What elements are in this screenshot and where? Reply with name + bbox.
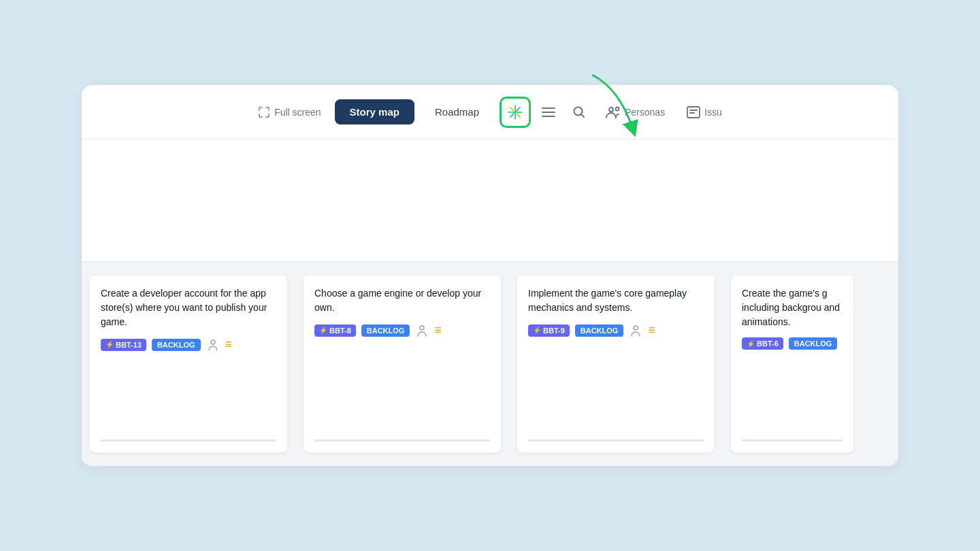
roadmap-button[interactable]: Roadmap [420, 99, 494, 124]
card-separator [314, 439, 490, 441]
svg-rect-12 [687, 107, 700, 118]
personas-icon [606, 106, 621, 118]
svg-line-5 [510, 107, 515, 112]
search-icon [572, 105, 587, 120]
issue-badge: ⚡ BBT-8 [314, 324, 356, 337]
backlog-badge: BACKLOG [575, 324, 624, 337]
priority-icon: ≡ [434, 323, 442, 337]
card-separator [101, 439, 276, 441]
backlog-badge: BACKLOG [789, 337, 838, 350]
story-card: Implement the game's core gameplay mecha… [517, 276, 715, 452]
story-card: Create a developer account for the app s… [90, 276, 287, 452]
issue-badge: ⚡ BBT-13 [101, 339, 146, 351]
card-text: Implement the game's core gameplay mecha… [528, 286, 704, 315]
top-section [82, 139, 898, 262]
bolt-icon: ⚡ [533, 327, 541, 334]
card-separator [742, 439, 843, 441]
bolt-icon: ⚡ [319, 327, 327, 334]
fullscreen-icon [258, 106, 270, 118]
issues-button[interactable]: Issu [679, 101, 730, 124]
card-text: Create the game's g including backgrou a… [742, 286, 843, 329]
radial-view-button[interactable] [500, 97, 531, 128]
backlog-badge: BACKLOG [361, 324, 410, 337]
hamburger-line-1 [542, 107, 555, 109]
card-footer: ⚡ BBT-8 BACKLOG ≡ [314, 323, 490, 337]
priority-icon: ≡ [648, 323, 655, 337]
svg-point-14 [420, 326, 424, 330]
svg-point-11 [616, 107, 619, 110]
svg-point-13 [211, 340, 215, 344]
issues-icon [687, 106, 700, 118]
story-map-button[interactable]: Story map [335, 99, 414, 124]
card-text: Create a developer account for the app s… [101, 286, 276, 329]
backlog-badge: BACKLOG [152, 339, 201, 351]
svg-line-8 [510, 112, 515, 117]
svg-line-7 [515, 107, 520, 112]
assignee-icon [206, 338, 220, 352]
hamburger-line-2 [542, 112, 555, 113]
bolt-icon: ⚡ [105, 341, 114, 348]
svg-line-6 [515, 112, 520, 117]
content-area: Create a developer account for the app s… [82, 139, 898, 466]
personas-button[interactable]: Personas [598, 101, 673, 124]
priority-icon: ≡ [225, 337, 233, 352]
cards-section: Create a developer account for the app s… [82, 262, 898, 466]
svg-point-15 [634, 326, 638, 330]
fullscreen-button[interactable]: Full screen [250, 101, 329, 124]
svg-point-10 [609, 107, 613, 112]
story-card-partial: Create the game's g including backgrou a… [731, 276, 853, 452]
bolt-icon: ⚡ [747, 340, 755, 348]
hamburger-menu-button[interactable] [536, 102, 561, 122]
main-card: Full screen Story map Roadmap [82, 85, 898, 466]
radial-icon [506, 103, 524, 121]
card-footer: ⚡ BBT-6 BACKLOG [742, 337, 843, 350]
issue-badge: ⚡ BBT-6 [742, 337, 783, 350]
assignee-icon [629, 324, 642, 337]
search-button[interactable] [566, 99, 592, 125]
assignee-icon [415, 324, 429, 337]
card-separator [528, 439, 704, 441]
card-text: Choose a game engine or develop your own… [314, 286, 490, 315]
issue-badge: ⚡ BBT-9 [528, 324, 570, 337]
toolbar: Full screen Story map Roadmap [82, 85, 898, 139]
hamburger-line-3 [542, 116, 555, 117]
card-footer: ⚡ BBT-13 BACKLOG ≡ [101, 337, 276, 352]
story-card: Choose a game engine or develop your own… [304, 276, 501, 452]
card-footer: ⚡ BBT-9 BACKLOG ≡ [528, 323, 704, 337]
